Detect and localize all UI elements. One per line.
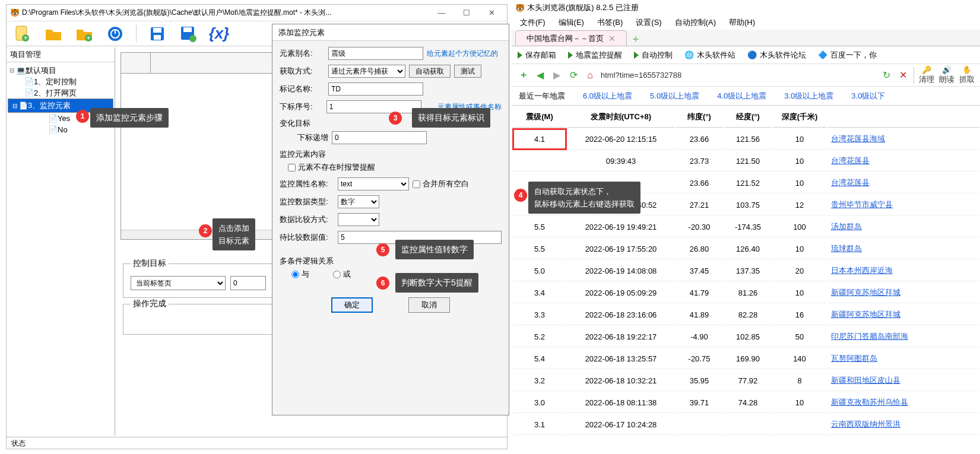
filter-m3below[interactable]: 3.0级以下: [851, 91, 885, 101]
close-button[interactable]: ✕: [480, 6, 503, 20]
table-row[interactable]: 3.12022-06-17 10:24:28云南西双版纳州景洪: [513, 414, 979, 435]
loc-link[interactable]: 印尼苏门答腊岛南部海: [831, 332, 908, 341]
browser-titlebar[interactable]: 🐯 木头浏览器(旗舰版) 8.2.5 已注册: [512, 0, 980, 15]
stop-icon[interactable]: ✕: [897, 69, 909, 81]
table-row[interactable]: 5.02022-06-19 14:08:0837.45137.3520日本本州西…: [513, 261, 979, 281]
table-row[interactable]: 09:39:4323.73121.5010台湾花莲县: [513, 151, 979, 172]
maximize-button[interactable]: ☐: [455, 6, 478, 20]
cell-depth: 140: [773, 348, 826, 369]
table-row[interactable]: 3.22022-06-18 10:32:2135.9577.928新疆和田地区皮…: [513, 370, 979, 391]
compare-select[interactable]: [338, 213, 379, 226]
new-icon[interactable]: +: [12, 24, 33, 44]
new-tab-button[interactable]: ＋: [630, 31, 641, 46]
fav-quake-monitor[interactable]: 地震监控提醒: [568, 50, 622, 61]
cell-lon: 103.75: [724, 195, 772, 215]
logic-or-radio[interactable]: 或: [333, 269, 351, 280]
test-button[interactable]: 测试: [454, 65, 481, 78]
propname-select[interactable]: text: [338, 177, 409, 191]
table-row[interactable]: 3.32022-06-18 23:16:0641.8982.2816新疆阿克苏地…: [513, 304, 979, 325]
loc-link[interactable]: 汤加群岛: [831, 222, 862, 231]
back-icon[interactable]: ◀: [534, 69, 546, 81]
power-icon[interactable]: [105, 24, 125, 44]
read-tool[interactable]: 🔊朗读: [939, 65, 954, 85]
logic-and-radio[interactable]: 与: [291, 269, 309, 280]
cell-lon: [724, 414, 772, 435]
fav-save-mail[interactable]: 保存邮箱: [518, 50, 556, 61]
loc-link[interactable]: 云南西双版纳州景洪: [831, 420, 900, 428]
menu-help[interactable]: 帮助(H): [729, 17, 755, 28]
loc-link[interactable]: 琉球群岛: [831, 244, 862, 253]
merge-check[interactable]: 合并所有空白: [413, 179, 469, 189]
url-text[interactable]: html?time=1655732788: [601, 71, 876, 80]
home-icon[interactable]: ⌂: [584, 69, 596, 81]
loc-link[interactable]: 日本本州西岸近海: [831, 266, 893, 275]
filter-recent[interactable]: 最近一年地震: [519, 91, 565, 101]
clean-tool[interactable]: 🔑清理: [919, 65, 934, 85]
tab-close-icon[interactable]: ✕: [608, 34, 616, 43]
table-row[interactable]: 3.42022-06-19 05:09:2941.7981.2610新疆阿克苏地…: [513, 282, 979, 303]
open-icon[interactable]: [43, 24, 64, 44]
filter-m4[interactable]: 4.0级以上地震: [717, 91, 766, 101]
cell-mag: [513, 151, 566, 172]
app-icon: 🐯: [10, 8, 20, 18]
menu-bookmark[interactable]: 书签(B): [597, 17, 623, 28]
tree-node-open[interactable]: 📄 2、打开网页: [8, 87, 113, 99]
tag-input[interactable]: [328, 82, 423, 96]
datatype-select[interactable]: 数字: [338, 195, 379, 208]
table-row[interactable]: 5.22022-06-18 19:22:17-4.90102.8550印尼苏门答…: [513, 326, 979, 347]
loc-link[interactable]: 台湾花莲县海域: [831, 134, 885, 143]
loc-link[interactable]: 瓦努阿图群岛: [831, 354, 877, 363]
menu-auto[interactable]: 自动控制(A): [675, 17, 716, 28]
target-index-input[interactable]: [230, 276, 266, 290]
fav-baidu[interactable]: 🔷 百度一下，你: [818, 50, 877, 61]
loc-link[interactable]: 新疆阿克苏地区拜城: [831, 310, 900, 319]
fav-auto[interactable]: 自动控制: [634, 50, 673, 61]
fav-forum[interactable]: 🔵 木头软件论坛: [747, 50, 806, 61]
auto-get-button[interactable]: 自动获取: [409, 65, 451, 78]
add-page-icon[interactable]: ＋: [518, 69, 529, 81]
noexist-check[interactable]: 元素不存在时报警提醒: [280, 162, 502, 173]
table-row[interactable]: 4.12022-06-20 12:15:1523.66121.5610台湾花莲县…: [513, 129, 979, 150]
ok-button[interactable]: 确定: [331, 297, 373, 313]
refresh-icon[interactable]: ⟳: [567, 69, 579, 81]
cell-loc: 瓦努阿图群岛: [827, 348, 979, 369]
save-as-icon[interactable]: [178, 24, 198, 44]
increment-input[interactable]: [332, 131, 427, 144]
active-tab[interactable]: 中国地震台网－－首页 ✕: [515, 30, 627, 46]
cell-depth: 12: [773, 195, 826, 215]
table-row[interactable]: 5.42022-06-18 13:25:57-20.75169.90140瓦努阿…: [513, 348, 979, 369]
loc-link[interactable]: 台湾花莲县: [831, 156, 870, 165]
alias-input[interactable]: [328, 47, 423, 60]
index-input[interactable]: [326, 100, 421, 113]
titlebar[interactable]: 🐯 D:\Program Files\木头软件\木头浏览器(旗舰版)\Cache…: [7, 5, 507, 21]
save-icon[interactable]: [147, 24, 167, 44]
variable-icon[interactable]: {x}: [209, 24, 229, 44]
loc-link[interactable]: 新疆阿克苏地区拜城: [831, 288, 900, 297]
table-row[interactable]: 5.52022-06-19 19:49:21-20.30-174.35100汤加…: [513, 217, 979, 237]
loc-link[interactable]: 新疆和田地区皮山县: [831, 376, 900, 385]
filter-m3[interactable]: 3.0级以上地震: [784, 91, 833, 101]
reload-icon[interactable]: ↻: [880, 69, 892, 81]
grab-tool[interactable]: ✋抓取: [959, 65, 975, 85]
loc-link[interactable]: 贵州毕节市威宁县: [831, 200, 893, 209]
menu-file[interactable]: 文件(F): [520, 17, 545, 28]
cancel-button[interactable]: 取消: [408, 297, 450, 313]
table-row[interactable]: 3.02022-06-18 08:11:3839.7174.2810新疆克孜勒苏…: [513, 392, 979, 413]
add-folder-icon[interactable]: +: [74, 24, 94, 44]
target-tab-select[interactable]: 当前标签页: [131, 276, 226, 290]
filter-m5[interactable]: 5.0级以上地震: [650, 91, 699, 101]
forward-icon[interactable]: ▶: [551, 69, 563, 81]
minimize-button[interactable]: —: [430, 6, 453, 20]
table-row[interactable]: 5.52022-06-19 17:55:2026.80126.4010琉球群岛: [513, 239, 979, 259]
menu-settings[interactable]: 设置(S): [636, 17, 661, 28]
loc-link[interactable]: 台湾花莲县: [831, 178, 870, 187]
menu-edit[interactable]: 编辑(E): [559, 17, 584, 28]
fav-site[interactable]: 🌐 木头软件站: [684, 50, 735, 61]
tree-node-timer[interactable]: 📄 1、定时控制: [8, 76, 113, 87]
getmode-select[interactable]: 通过元素序号捕获: [328, 65, 405, 78]
dialog-title[interactable]: 添加监控元素: [272, 24, 509, 41]
cell-time: 2022-06-18 08:11:38: [567, 392, 674, 413]
filter-m6[interactable]: 6.0级以上地震: [583, 91, 632, 101]
tree-root[interactable]: ⊟💻 默认项目: [8, 65, 113, 76]
loc-link[interactable]: 新疆克孜勒苏州乌恰县: [831, 398, 908, 407]
